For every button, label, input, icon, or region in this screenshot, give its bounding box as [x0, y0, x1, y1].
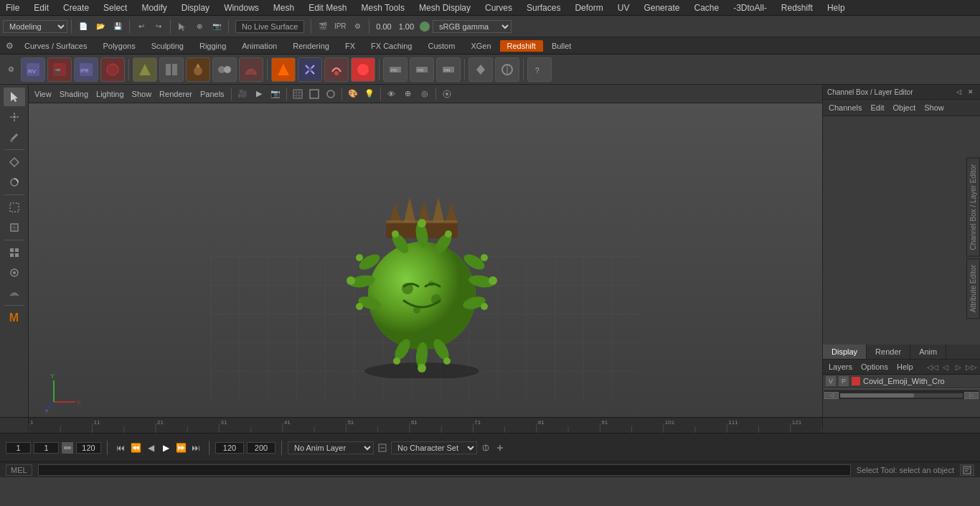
- layer-tab-anim[interactable]: Anim: [910, 345, 946, 359]
- color-space-select[interactable]: sRGB gamma: [433, 20, 512, 33]
- ipr-btn[interactable]: IPR: [332, 19, 348, 34]
- cb-tab-edit[interactable]: Edit: [867, 102, 887, 113]
- shelf-icon7[interactable]: [186, 57, 210, 82]
- select-mode-button[interactable]: [174, 19, 190, 34]
- shelf-icon12[interactable]: [324, 57, 349, 82]
- vp-menu-show[interactable]: Show: [129, 88, 155, 100]
- tab-xgen[interactable]: XGen: [463, 40, 498, 52]
- shelf-icon2[interactable]: 🎬: [47, 57, 72, 82]
- menu-uv[interactable]: UV: [615, 1, 633, 14]
- tab-rendering[interactable]: Rendering: [286, 40, 336, 52]
- render-settings-btn[interactable]: ⚙: [349, 19, 365, 34]
- shelf-icon14[interactable]: PR: [383, 57, 407, 82]
- snap-button[interactable]: ⊕: [192, 19, 207, 34]
- cb-tab-channels[interactable]: Channels: [826, 102, 864, 113]
- menu-windows[interactable]: Windows: [221, 1, 262, 14]
- vp-smooth-icon[interactable]: [324, 87, 338, 101]
- anim-end-field[interactable]: [215, 442, 244, 454]
- tab-fx-caching[interactable]: FX Caching: [364, 40, 419, 52]
- menu-mesh[interactable]: Mesh: [270, 1, 297, 14]
- char-set-icon1[interactable]: [480, 442, 491, 454]
- no-anim-layer-select[interactable]: No Anim Layer: [288, 441, 374, 454]
- layer-color-swatch[interactable]: [852, 377, 860, 385]
- vp-render-icon[interactable]: 📷: [268, 87, 283, 101]
- shelf-settings-icon[interactable]: ⚙: [3, 62, 19, 78]
- open-file-button[interactable]: 📂: [93, 19, 108, 34]
- camera-button[interactable]: 📷: [209, 19, 225, 34]
- shelf-icon9[interactable]: [239, 57, 263, 82]
- step-back-button[interactable]: ⏪: [128, 441, 143, 455]
- layer-subtab-options[interactable]: Options: [858, 361, 891, 373]
- menu-display[interactable]: Display: [179, 1, 212, 14]
- panel-resize-icon[interactable]: ◁: [953, 87, 963, 97]
- channel-box-tab-label[interactable]: Channel Box / Layer Editor: [966, 158, 980, 257]
- play-back-button[interactable]: ◀: [143, 441, 158, 455]
- shelf-icon13[interactable]: [351, 57, 375, 82]
- layer-scroll-left[interactable]: ◁: [824, 392, 839, 399]
- cb-tab-show[interactable]: Show: [921, 102, 947, 113]
- range-start-field[interactable]: [6, 442, 31, 454]
- layer-icon4[interactable]: ▷▷: [966, 361, 977, 373]
- new-file-button[interactable]: 📄: [75, 19, 91, 34]
- shelf-rv-icon[interactable]: RV: [21, 57, 45, 82]
- mode-select[interactable]: Modeling: [3, 20, 67, 33]
- viewport-canvas[interactable]: X Y Z persp: [29, 103, 822, 417]
- current-frame-field[interactable]: [34, 442, 59, 454]
- anim-layer-icon1[interactable]: [377, 442, 388, 454]
- vp-menu-view[interactable]: View: [32, 88, 55, 100]
- vp-menu-shading[interactable]: Shading: [57, 88, 91, 100]
- vp-playback-icon[interactable]: ▶: [252, 87, 266, 101]
- layer-scroll-right[interactable]: ▷: [964, 392, 979, 399]
- tab-polygons[interactable]: Polygons: [95, 40, 142, 52]
- menu-select[interactable]: Select: [100, 1, 130, 14]
- render-btn[interactable]: 🎬: [315, 19, 331, 34]
- shelf-icon16[interactable]: PR: [436, 57, 461, 82]
- tab-bullet[interactable]: Bullet: [545, 40, 579, 52]
- shelf-ipr-icon[interactable]: IPR: [74, 57, 98, 82]
- menu-edit-mesh[interactable]: Edit Mesh: [306, 1, 349, 14]
- menu-3dtoall[interactable]: -3DtoAll-: [730, 1, 770, 14]
- vp-icon3[interactable]: ◎: [418, 87, 432, 101]
- play-forward-button[interactable]: ▶: [159, 441, 173, 455]
- shelf-icon19[interactable]: ?: [527, 57, 552, 82]
- layer-icon2[interactable]: ◁: [940, 361, 951, 373]
- shelf-icon11[interactable]: [298, 57, 322, 82]
- layer-subtab-help[interactable]: Help: [894, 361, 916, 373]
- step-forward-button[interactable]: ⏩: [174, 441, 188, 455]
- vp-menu-renderer[interactable]: Renderer: [156, 88, 195, 100]
- menu-edit[interactable]: Edit: [31, 1, 52, 14]
- layer-scrollbar-thumb[interactable]: [840, 393, 914, 398]
- tab-custom[interactable]: Custom: [421, 40, 463, 52]
- lasso-select-button[interactable]: [4, 218, 25, 237]
- snap-grid-button[interactable]: [4, 243, 25, 262]
- timeline-ruler-ticks[interactable]: 1112131415161718191101111121: [29, 418, 822, 433]
- shelf-icon15[interactable]: PR: [410, 57, 434, 82]
- shelf-icon4[interactable]: [100, 57, 125, 82]
- layer-icon1[interactable]: ◁◁: [927, 361, 938, 373]
- tab-redshift[interactable]: Redshift: [500, 40, 543, 52]
- skip-forward-button[interactable]: ⏭: [189, 441, 203, 455]
- settings-icon[interactable]: ⚙: [3, 39, 16, 52]
- layer-visibility-toggle[interactable]: V: [826, 376, 836, 386]
- transform-tool-button[interactable]: [4, 108, 25, 126]
- selection-box-button[interactable]: [4, 198, 25, 217]
- rotate-button[interactable]: [4, 173, 25, 192]
- vp-menu-panels[interactable]: Panels: [197, 88, 227, 100]
- menu-redshift[interactable]: Redshift: [778, 1, 816, 14]
- layer-row[interactable]: V P Covid_Emoji_With_Cro: [823, 375, 980, 388]
- paint-tool-button[interactable]: [4, 128, 25, 146]
- vp-grid-icon[interactable]: [291, 87, 305, 101]
- cb-tab-object[interactable]: Object: [890, 102, 918, 113]
- vp-light-icon[interactable]: 💡: [362, 87, 377, 101]
- vp-wireframe-icon[interactable]: [307, 87, 321, 101]
- menu-file[interactable]: File: [3, 1, 22, 14]
- panel-close-icon[interactable]: ✕: [966, 87, 976, 97]
- shelf-icon17[interactable]: [468, 57, 493, 82]
- redo-button[interactable]: ↪: [151, 19, 166, 34]
- char-set-icon2[interactable]: [494, 442, 506, 454]
- layer-tab-display[interactable]: Display: [823, 345, 867, 359]
- attribute-editor-tab-label[interactable]: Attribute Editor: [966, 258, 980, 319]
- vp-camera-icon[interactable]: 🎥: [235, 87, 250, 101]
- range-end-field[interactable]: [76, 442, 101, 454]
- undo-button[interactable]: ↩: [133, 19, 149, 34]
